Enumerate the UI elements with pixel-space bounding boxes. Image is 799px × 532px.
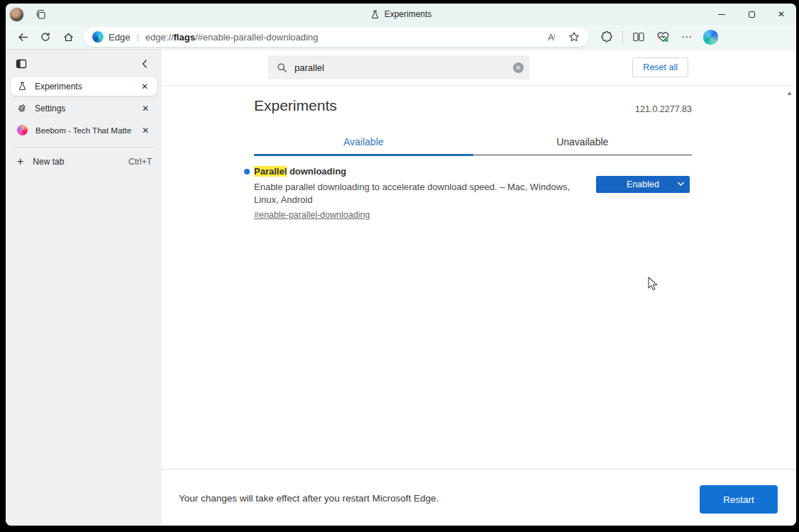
address-bar[interactable]: Edge | edge://flags/#enable-parallel-dow… — [84, 28, 589, 47]
chevron-down-icon — [678, 182, 684, 187]
flag-entry-parallel-downloading: Parallel downloading Enable parallel dow… — [254, 166, 692, 221]
home-button[interactable] — [57, 27, 79, 47]
site-label: Edge — [109, 32, 130, 43]
restart-footer: Your changes will take effect after you … — [162, 469, 796, 526]
back-button[interactable] — [11, 27, 34, 47]
flask-icon — [370, 10, 380, 19]
vertical-tabs-sidebar: Experiments ✕ Settings ✕ Beebom - Tech T… — [6, 49, 162, 526]
flag-title: Parallel downloading — [254, 166, 596, 177]
profile-avatar[interactable] — [9, 7, 24, 22]
tab-label: Beebom - Tech That Matters — [35, 126, 131, 135]
copilot-icon[interactable] — [703, 30, 718, 45]
flask-icon — [18, 82, 27, 91]
plus-icon: + — [17, 155, 23, 168]
flag-selected-value: Enabled — [627, 179, 659, 189]
toolbar-divider — [622, 31, 623, 43]
flags-search-header: ✕ Reset all — [162, 49, 796, 86]
restart-button[interactable]: Restart — [700, 485, 778, 514]
refresh-button[interactable] — [34, 27, 57, 47]
flags-page: ✕ Reset all ▲ Experiments 121.0.2277.83 … — [162, 49, 796, 526]
tab-label: Settings — [35, 104, 131, 113]
tab-actions-icon[interactable] — [11, 55, 31, 72]
flag-permalink[interactable]: #enable-parallel-downloading — [254, 210, 370, 220]
browser-version: 121.0.2277.83 — [635, 104, 692, 114]
split-screen-icon[interactable] — [628, 27, 649, 47]
favorites-star-icon[interactable] — [565, 28, 583, 45]
browser-essentials-icon[interactable] — [652, 27, 673, 47]
tab-unavailable[interactable]: Unavailable — [473, 136, 693, 155]
beebom-favicon — [17, 125, 28, 135]
page-title: Experiments — [254, 97, 337, 114]
new-tab-button[interactable]: + New tab Ctrl+T — [6, 152, 162, 172]
new-tab-shortcut: Ctrl+T — [128, 157, 152, 167]
minimize-button[interactable] — [707, 4, 737, 25]
scrollbar-up-arrow[interactable]: ▲ — [786, 89, 793, 96]
close-button[interactable]: ✕ — [766, 4, 796, 25]
search-highlight: Parallel — [254, 166, 287, 177]
navigation-toolbar: Edge | edge://flags/#enable-parallel-dow… — [6, 25, 796, 49]
close-tab-icon[interactable]: ✕ — [139, 102, 152, 115]
flag-description: Enable parallel downloading to accelerat… — [254, 181, 596, 206]
edge-site-icon — [92, 31, 104, 43]
flag-bullet-icon — [244, 169, 250, 174]
collapse-pane-icon[interactable] — [135, 55, 155, 72]
window-title-group: Experiments — [6, 4, 796, 25]
title-bar: Experiments ✕ — [6, 4, 796, 25]
url-text[interactable]: edge://flags/#enable-parallel-downloadin… — [145, 32, 542, 43]
availability-tabs: Available Unavailable — [254, 136, 692, 155]
maximize-button[interactable] — [737, 4, 766, 25]
search-icon — [277, 62, 287, 73]
omnibox-divider: | — [136, 32, 138, 43]
read-aloud-icon[interactable]: A⁾ — [542, 28, 561, 45]
sidebar-tab-beebom[interactable]: Beebom - Tech That Matters ✕ — [10, 120, 158, 140]
close-tab-icon[interactable]: ✕ — [139, 124, 152, 137]
sidebar-tab-settings[interactable]: Settings ✕ — [10, 98, 158, 118]
close-tab-icon[interactable]: ✕ — [138, 80, 151, 93]
window-title: Experiments — [385, 9, 432, 19]
flags-search-box[interactable]: ✕ — [268, 55, 529, 79]
tab-available[interactable]: Available — [254, 136, 473, 156]
flag-value-select[interactable]: Enabled — [596, 176, 690, 193]
browser-window: Experiments ✕ Edge | — [6, 4, 796, 526]
tab-label: Experiments — [35, 82, 131, 92]
sidebar-divider — [13, 147, 155, 148]
clear-search-icon[interactable]: ✕ — [513, 62, 524, 73]
gear-icon — [17, 104, 27, 113]
reset-all-button[interactable]: Reset all — [632, 57, 688, 77]
settings-more-icon[interactable]: ⋯ — [676, 27, 698, 47]
new-tab-label: New tab — [33, 157, 64, 167]
sidebar-tab-experiments[interactable]: Experiments ✕ — [10, 76, 158, 96]
search-input[interactable] — [294, 62, 513, 73]
workspaces-icon[interactable] — [31, 6, 51, 23]
restart-message: Your changes will take effect after you … — [179, 493, 439, 504]
extensions-icon[interactable] — [596, 27, 617, 47]
